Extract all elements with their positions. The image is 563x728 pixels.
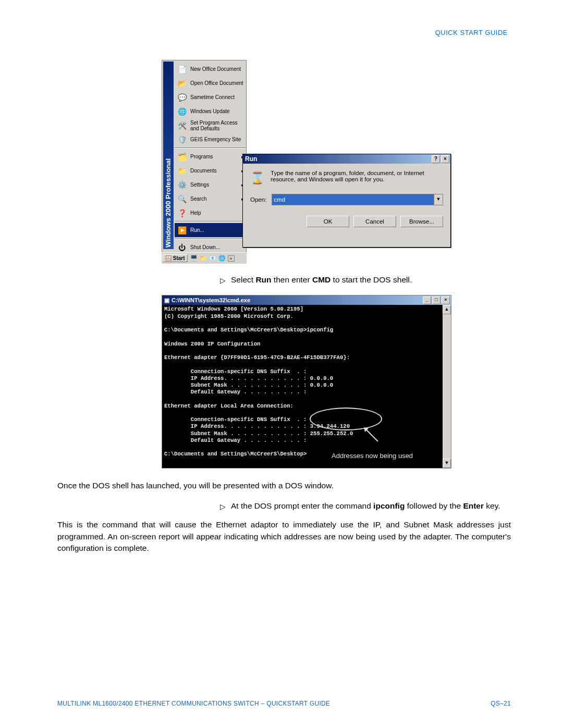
open-doc-icon: 📂: [177, 78, 187, 89]
start-menu-item-label: GEIS Emergency Site: [190, 137, 246, 142]
maximize-button[interactable]: □: [432, 297, 440, 304]
start-menu-item-label: Help: [190, 210, 246, 216]
dropdown-icon[interactable]: ▼: [434, 194, 443, 205]
open-label: Open:: [250, 196, 266, 203]
browse-button[interactable]: Browse...: [400, 216, 443, 227]
triangle-icon: ▷: [220, 501, 226, 513]
start-menu-item-label: Settings: [190, 182, 241, 188]
start-menu-item-label: New Office Document: [190, 66, 246, 72]
start-menu: Windows 2000 Professional 📄New Office Do…: [162, 60, 247, 264]
start-menu-item[interactable]: ▶️Run...: [175, 223, 246, 237]
page-header-right: QUICK START GUIDE: [57, 29, 508, 36]
figure-cmd-window: ▣ C:\WINNT\system32\cmd.exe _ □ × Micros…: [162, 295, 455, 468]
sametime-icon: 💬: [177, 92, 187, 103]
start-menu-item[interactable]: ❓Help: [175, 206, 246, 220]
start-menu-item[interactable]: 🗂️Programs▸: [175, 150, 246, 164]
cmd-titlebar: ▣ C:\WINNT\system32\cmd.exe _ □ ×: [162, 295, 451, 305]
run-dialog: Run ? × ⌛ Type the name of a program, fo…: [242, 154, 451, 248]
run-dialog-icon: ⌛: [250, 170, 264, 187]
start-menu-item-label: Set Program Access and Defaults: [190, 120, 246, 131]
triangle-icon: ▷: [220, 275, 226, 287]
footer-left: MULTILINK ML1600/2400 ETHERNET COMMUNICA…: [57, 700, 330, 707]
start-menu-item[interactable]: 💬Sametime Connect: [175, 90, 246, 104]
close-button[interactable]: ×: [442, 297, 450, 304]
footer-right: QS–21: [491, 700, 511, 707]
instruction-run-cmd: ▷ Select Run then enter CMD to start the…: [220, 274, 511, 286]
page-footer: MULTILINK ML1600/2400 ETHERNET COMMUNICA…: [57, 700, 511, 707]
run-titlebar: Run ? ×: [243, 154, 450, 164]
cmd-title-text: C:\WINNT\system32\cmd.exe: [172, 297, 250, 303]
documents-icon: 📁: [177, 166, 187, 176]
menu-separator: [175, 221, 246, 222]
geis-icon: 🛡️: [177, 134, 187, 145]
start-menu-item-label: Run...: [190, 227, 246, 233]
scroll-down-icon[interactable]: ▼: [443, 459, 451, 468]
menu-separator: [175, 147, 246, 149]
start-menu-item[interactable]: 🛠️Set Program Access and Defaults: [175, 118, 246, 132]
start-menu-item[interactable]: 🌐Windows Update: [175, 104, 246, 118]
start-menu-item-label: Documents: [190, 168, 241, 174]
settings-icon: ⚙️: [177, 180, 187, 190]
start-menu-item[interactable]: 🛡️GEIS Emergency Site: [175, 132, 246, 146]
menu-separator: [175, 238, 246, 239]
help-icon: ❓: [177, 208, 187, 218]
para-dos-presented: Once the DOS shell has launched, you wil…: [57, 480, 511, 491]
minimize-button[interactable]: _: [423, 297, 431, 304]
programs-icon: 🗂️: [177, 152, 187, 162]
search-icon: 🔍: [177, 194, 187, 204]
taskbar: 🪟 Start 🖥️ 📁 📧 🌐 »: [162, 252, 247, 264]
start-menu-item[interactable]: 🔍Search▸: [175, 192, 246, 206]
run-title: Run: [245, 155, 257, 163]
cmd-output: Microsoft Windows 2000 [Version 5.00.219…: [162, 305, 443, 468]
start-menu-item[interactable]: 📄New Office Document: [175, 62, 246, 76]
para-config-complete: This is the command that will cause the …: [57, 519, 511, 554]
scroll-up-icon[interactable]: ▲: [443, 305, 451, 314]
new-doc-icon: 📄: [177, 64, 187, 75]
run-description: Type the name of a program, folder, docu…: [271, 170, 443, 182]
open-input[interactable]: [272, 194, 434, 205]
figure-start-run: Windows 2000 Professional 📄New Office Do…: [162, 60, 455, 264]
access-icon: 🛠️: [177, 120, 187, 131]
taskbar-icon-desktop[interactable]: 🖥️: [190, 254, 198, 263]
start-menu-item[interactable]: ⚙️Settings▸: [175, 178, 246, 192]
annotation-label: Addresses now being used: [332, 452, 413, 460]
windows-icon: 🪟: [165, 255, 172, 261]
start-menu-item-label: Programs: [190, 154, 241, 159]
start-menu-item[interactable]: 📂Open Office Document: [175, 76, 246, 90]
start-menu-item-label: Search: [190, 196, 241, 202]
cmd-window: ▣ C:\WINNT\system32\cmd.exe _ □ × Micros…: [162, 295, 451, 468]
start-menu-item-label: Windows Update: [190, 108, 246, 114]
taskbar-icon-outlook[interactable]: 📧: [209, 254, 217, 263]
close-button[interactable]: ×: [441, 155, 449, 163]
instruction-ipconfig: ▷ At the DOS prompt enter the command ip…: [220, 500, 511, 512]
update-icon: 🌐: [177, 106, 187, 117]
open-combobox[interactable]: ▼: [272, 194, 443, 205]
taskbar-more[interactable]: »: [228, 255, 235, 262]
taskbar-icon-explorer[interactable]: 📁: [199, 254, 207, 263]
run-icon: ▶️: [177, 225, 187, 236]
ok-button[interactable]: OK: [307, 216, 349, 227]
start-button[interactable]: 🪟 Start: [163, 254, 188, 262]
shutdown-icon: ⏻: [177, 242, 187, 253]
start-menu-item[interactable]: 📁Documents▸: [175, 164, 246, 178]
start-menu-banner: Windows 2000 Professional: [163, 61, 174, 249]
start-menu-item-label: Open Office Document: [190, 80, 246, 86]
help-button[interactable]: ?: [432, 155, 440, 163]
document-page: QUICK START GUIDE Windows 2000 Professio…: [0, 0, 563, 728]
start-menu-item-label: Sametime Connect: [190, 94, 246, 100]
scrollbar[interactable]: ▲ ▼: [443, 305, 451, 468]
cancel-button[interactable]: Cancel: [353, 216, 396, 227]
taskbar-icon-ie[interactable]: 🌐: [218, 254, 226, 263]
start-menu-item-label: Shut Down...: [190, 244, 246, 250]
cmd-icon: ▣: [164, 297, 169, 304]
